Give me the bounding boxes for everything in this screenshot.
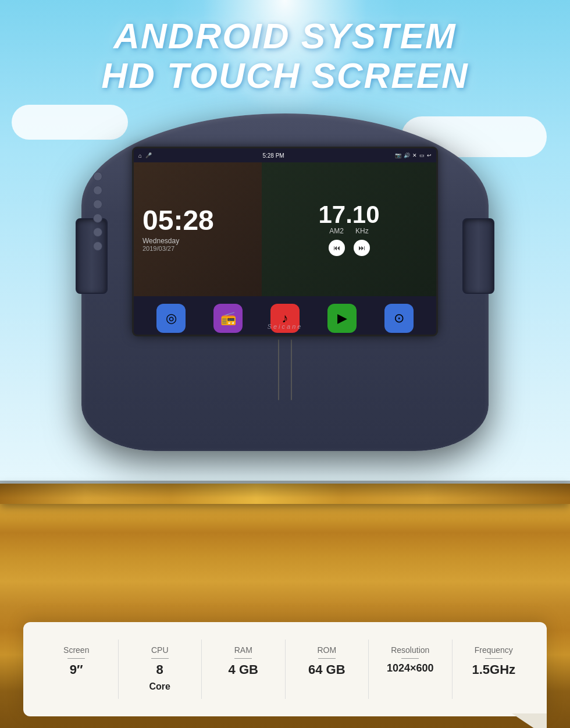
- spec-resolution-divider: [401, 658, 419, 659]
- clock-panel: 05:28 Wednesday 2019/03/27: [134, 162, 262, 296]
- status-icons: 📷 🔊 ✕ ▭ ↩: [395, 152, 432, 158]
- radio-unit: KHz: [355, 227, 369, 235]
- spec-resolution: Resolution 1024×600: [369, 640, 453, 699]
- clock-time: 05:28: [142, 207, 253, 235]
- ctrl-dot-6[interactable]: [93, 242, 102, 251]
- radio-controls: ⏮ ⏭: [329, 240, 370, 256]
- close-icon: ✕: [412, 152, 417, 158]
- headline: ANDROID SYSTEM HD TOUCH SCREEN: [52, 16, 518, 95]
- vent-row: [243, 339, 327, 400]
- screen-container: ⌂ 🎤 5:28 PM 📷 🔊 ✕ ▭ ↩ 05:28 Wednesday: [134, 148, 436, 335]
- radio-frequency: 17.10: [318, 203, 379, 227]
- spec-screen-label: Screen: [63, 645, 89, 655]
- specs-card: Screen 9″ CPU 8Core RAM 4 GB ROM 64 GB R…: [23, 622, 547, 716]
- radio-band-name: AM2: [329, 227, 344, 235]
- vent-slot-right: [291, 339, 292, 400]
- wood-shadow: [0, 481, 570, 498]
- radio-icon[interactable]: 📻: [213, 304, 243, 333]
- radio-panel: 17.10 AM2 KHz ⏮ ⏭: [262, 162, 436, 296]
- headline-line2: HD TOUCH SCREEN: [52, 56, 518, 95]
- spec-rom-value: 64 GB: [308, 662, 345, 677]
- seicane-watermark: Seicane: [268, 323, 303, 330]
- spec-frequency-label: Frequency: [475, 645, 513, 655]
- app-radio[interactable]: 📻 Radio: [208, 304, 248, 335]
- radio-band: AM2 KHz: [329, 227, 368, 235]
- home-icon[interactable]: ⌂: [138, 152, 142, 159]
- spec-resolution-value: 1024×600: [387, 662, 434, 675]
- left-controls: [93, 172, 102, 251]
- spec-ram-value: 4 GB: [229, 662, 258, 677]
- spec-rom-label: ROM: [317, 645, 336, 655]
- spec-frequency-divider: [485, 658, 503, 659]
- camera-icon: 📷: [395, 152, 401, 158]
- side-handle-left: [76, 218, 108, 294]
- spec-frequency-value: 1.5GHz: [472, 662, 515, 677]
- app-dvr[interactable]: ⊙ DVR: [379, 304, 419, 335]
- spec-ram-label: RAM: [234, 645, 252, 655]
- ctrl-dot-1[interactable]: [93, 172, 102, 181]
- dvr-icon[interactable]: ⊙: [384, 304, 414, 333]
- back-icon[interactable]: ↩: [427, 152, 432, 158]
- spec-screen-divider: [67, 658, 85, 659]
- mic-icon: 🎤: [145, 152, 152, 158]
- navigation-icon[interactable]: ◎: [156, 304, 186, 333]
- spec-resolution-label: Resolution: [391, 645, 429, 655]
- spec-screen-value: 9″: [70, 662, 83, 677]
- spec-ram: RAM 4 GB: [202, 640, 286, 699]
- status-bar: ⌂ 🎤 5:28 PM 📷 🔊 ✕ ▭ ↩: [134, 148, 436, 162]
- spec-ram-divider: [234, 658, 252, 659]
- status-time: 5:28 PM: [262, 152, 284, 159]
- screen-content: 05:28 Wednesday 2019/03/27 17.10 AM2 KHz…: [134, 162, 436, 296]
- spec-cpu-label: CPU: [151, 645, 169, 655]
- radio-next-button[interactable]: ⏭: [354, 240, 370, 256]
- outer-bezel: ⌂ 🎤 5:28 PM 📷 🔊 ✕ ▭ ↩ 05:28 Wednesday: [81, 113, 489, 451]
- volume-icon: 🔊: [404, 152, 410, 158]
- spec-cpu-divider: [151, 658, 169, 659]
- specs-grid: Screen 9″ CPU 8Core RAM 4 GB ROM 64 GB R…: [35, 640, 535, 699]
- ctrl-dot-5[interactable]: [93, 228, 102, 237]
- headline-line1: ANDROID SYSTEM: [52, 16, 518, 56]
- radio-prev-button[interactable]: ⏮: [329, 240, 345, 256]
- spec-rom: ROM 64 GB: [286, 640, 369, 699]
- ctrl-dot-3[interactable]: [93, 200, 102, 209]
- ctrl-dot-4[interactable]: [93, 214, 102, 223]
- video-icon[interactable]: ▶: [327, 304, 357, 333]
- screen-icon: ▭: [419, 152, 425, 158]
- app-music[interactable]: ♪ Music: [265, 304, 305, 335]
- car-radio-unit: ⌂ 🎤 5:28 PM 📷 🔊 ✕ ▭ ↩ 05:28 Wednesday: [81, 113, 489, 451]
- spec-screen: Screen 9″: [35, 640, 119, 699]
- clock-day: Wednesday: [142, 237, 253, 245]
- app-navigation[interactable]: ◎ Navigation: [151, 304, 191, 335]
- spec-cpu: CPU 8Core: [119, 640, 202, 699]
- side-handle-right: [462, 218, 494, 294]
- ctrl-dot-2[interactable]: [93, 186, 102, 195]
- clock-date: 2019/03/27: [142, 245, 253, 252]
- spec-cpu-value: 8Core: [149, 662, 170, 693]
- app-video[interactable]: ▶ Video: [322, 304, 362, 335]
- spec-rom-divider: [318, 658, 336, 659]
- vent-slot-left: [278, 339, 279, 400]
- spec-frequency: Frequency 1.5GHz: [453, 640, 536, 699]
